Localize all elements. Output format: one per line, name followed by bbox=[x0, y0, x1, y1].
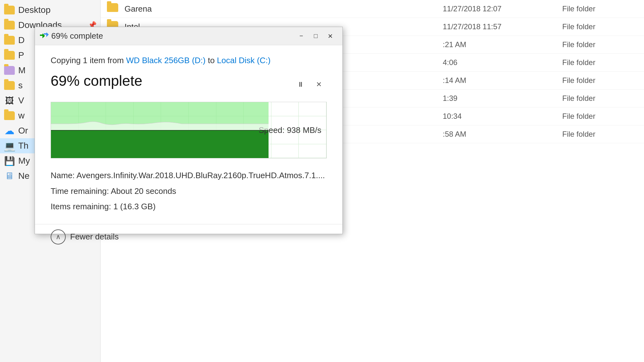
maximize-button[interactable]: □ bbox=[308, 30, 323, 42]
folder-icon bbox=[107, 3, 119, 14]
file-name-detail: Name: Avengers.Infinity.War.2018.UHD.Blu… bbox=[51, 168, 327, 183]
dialog-footer: ∧ Fewer details bbox=[35, 224, 342, 252]
sidebar-item-label: Desktop bbox=[18, 5, 51, 15]
file-type: File folder bbox=[562, 58, 638, 67]
file-date: :58 AM bbox=[443, 130, 562, 139]
fewer-details-button[interactable]: ∧ Fewer details bbox=[51, 229, 119, 244]
computer-icon: 💻 bbox=[4, 140, 15, 151]
sidebar-item-label: My bbox=[18, 156, 30, 166]
folder-icon bbox=[4, 4, 15, 16]
sidebar-item-desktop[interactable]: Desktop bbox=[0, 3, 100, 18]
file-type: File folder bbox=[562, 22, 638, 31]
minimize-button[interactable]: − bbox=[294, 30, 308, 42]
pause-icon: ⏸ bbox=[297, 80, 304, 89]
file-date: 11/27/2018 12:07 bbox=[443, 4, 562, 13]
copy-arrows-icon bbox=[40, 33, 49, 40]
network-icon: 🖥 bbox=[4, 170, 15, 182]
file-type: File folder bbox=[562, 76, 638, 85]
cloud-icon: ☁ bbox=[4, 125, 15, 136]
time-remaining: Time remaining: About 20 seconds bbox=[51, 184, 327, 199]
file-name: Garena bbox=[125, 4, 443, 14]
folder-icon bbox=[4, 110, 15, 121]
description-prefix: Copying 1 item from bbox=[51, 56, 126, 65]
folder-icon bbox=[4, 50, 15, 61]
copy-dialog: 69% complete − □ ✕ Copying 1 item from W… bbox=[35, 27, 343, 234]
speed-wave bbox=[51, 114, 269, 130]
file-type: File folder bbox=[562, 94, 638, 103]
file-type: File folder bbox=[562, 112, 638, 121]
file-date: 10:34 bbox=[443, 112, 562, 121]
svg-marker-4 bbox=[46, 33, 49, 37]
folder-icon bbox=[4, 19, 15, 31]
close-button[interactable]: ✕ bbox=[323, 30, 337, 42]
source-drive: WD Black 256GB (D:) bbox=[126, 56, 206, 65]
table-row[interactable]: Garena 11/27/2018 12:07 File folder bbox=[101, 0, 644, 18]
sidebar-item-label: M bbox=[18, 65, 25, 75]
svg-rect-1 bbox=[40, 35, 42, 36]
chevron-up-icon: ∧ bbox=[51, 229, 66, 244]
folder-icon bbox=[4, 80, 15, 91]
copy-description: Copying 1 item from WD Black 256GB (D:) … bbox=[51, 55, 327, 66]
dialog-body: Copying 1 item from WD Black 256GB (D:) … bbox=[35, 45, 342, 224]
file-type: File folder bbox=[562, 4, 638, 13]
sidebar-item-label: s bbox=[18, 80, 23, 90]
file-date: 11/27/2018 11:57 bbox=[443, 22, 562, 31]
file-details: Name: Avengers.Infinity.War.2018.UHD.Blu… bbox=[51, 168, 327, 214]
special-icon: 🖼 bbox=[4, 95, 15, 106]
drive-icon: 💾 bbox=[4, 155, 15, 167]
percent-complete-heading: 69% complete bbox=[51, 72, 142, 89]
items-remaining: Items remaining: 1 (16.3 GB) bbox=[51, 199, 327, 214]
dialog-titlebar: 69% complete − □ ✕ bbox=[35, 27, 342, 45]
sidebar-item-label: Ne bbox=[18, 171, 30, 181]
pause-button[interactable]: ⏸ bbox=[293, 78, 308, 91]
sidebar-item-label: Th bbox=[18, 141, 29, 151]
sidebar-item-label: D bbox=[18, 35, 25, 45]
chart-divider-line bbox=[51, 130, 269, 130]
file-date: :14 AM bbox=[443, 76, 562, 85]
progress-chart: Speed: 938 MB/s bbox=[51, 102, 327, 158]
file-type: File folder bbox=[562, 40, 638, 49]
file-date: :21 AM bbox=[443, 40, 562, 49]
music-folder-icon bbox=[4, 65, 15, 76]
cancel-copy-button[interactable]: ✕ bbox=[311, 78, 327, 91]
cancel-icon: ✕ bbox=[316, 80, 322, 89]
destination-drive: Local Disk (C:) bbox=[217, 56, 270, 65]
sidebar-item-label: w bbox=[18, 111, 25, 121]
file-date: 1:39 bbox=[443, 94, 562, 103]
fewer-details-label: Fewer details bbox=[70, 232, 119, 242]
progress-bottom-fill bbox=[51, 130, 269, 158]
dialog-title: 69% complete bbox=[51, 31, 294, 41]
svg-rect-3 bbox=[44, 33, 46, 35]
folder-icon bbox=[4, 35, 15, 46]
description-middle: to bbox=[206, 56, 217, 65]
sidebar-item-label: Or bbox=[18, 126, 28, 136]
sidebar-item-label: P bbox=[18, 50, 24, 60]
sidebar-item-label: V bbox=[18, 96, 24, 106]
file-type: File folder bbox=[562, 130, 638, 139]
file-date: 4:06 bbox=[443, 58, 562, 67]
